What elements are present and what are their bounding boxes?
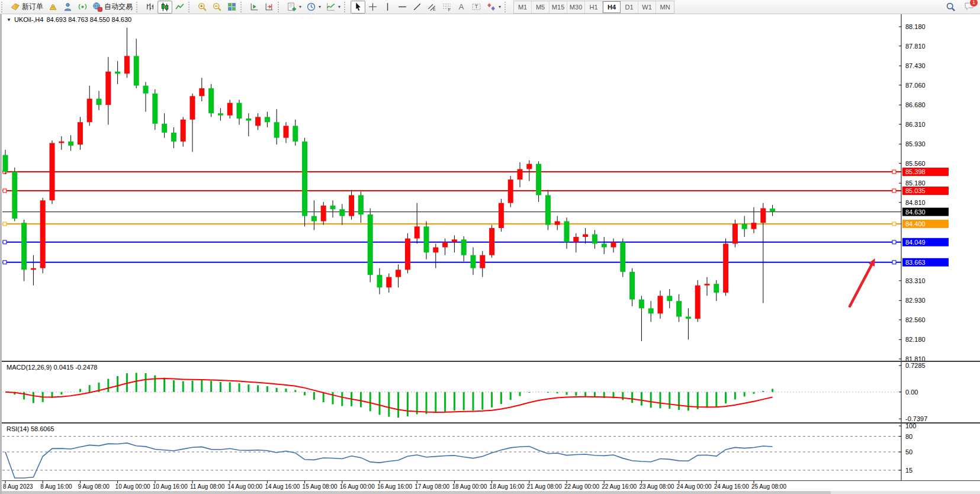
svg-text:100: 100	[905, 424, 916, 429]
svg-text:15 Aug 08:00: 15 Aug 08:00	[303, 483, 338, 490]
svg-text:T: T	[475, 4, 478, 9]
timeframe-m5-button[interactable]: M5	[532, 1, 550, 13]
rsi-pane: RSI(14) 58.6065 100805015	[2, 422, 980, 480]
autotrading-button[interactable]: 自动交易	[90, 1, 135, 14]
main-chart-pane: ▼ UKOil-,H4 84.693 84.763 84.550 84.630 …	[2, 14, 980, 361]
horizontal-line-button[interactable]	[395, 1, 410, 14]
notification-badge: 1	[969, 0, 978, 7]
bar-chart-button[interactable]	[143, 1, 158, 14]
search-button[interactable]	[943, 1, 958, 14]
horizontal-scrollbar[interactable]	[2, 491, 980, 494]
svg-text:10 Aug 16:00: 10 Aug 16:00	[153, 483, 188, 490]
svg-text:82.930: 82.930	[905, 297, 926, 304]
svg-text:84.049: 84.049	[905, 239, 926, 246]
svg-text:84.630: 84.630	[905, 208, 926, 216]
chevron-down-icon[interactable]: ▾	[338, 4, 340, 9]
chevron-down-icon[interactable]: ▾	[299, 4, 301, 9]
label-icon: T	[471, 2, 481, 12]
svg-text:F: F	[448, 8, 451, 12]
time-axis[interactable]: 8 Aug 20238 Aug 16:009 Aug 08:0010 Aug 0…	[2, 481, 980, 491]
timeframe-h1-button[interactable]: H1	[585, 1, 603, 13]
zoom-in-icon	[197, 2, 207, 12]
macd-label: MACD(12,26,9) 0.0415 -0.2478	[7, 364, 97, 371]
cursor-icon	[353, 2, 363, 12]
timeframe-h4-button[interactable]: H4	[603, 1, 621, 13]
svg-text:85.035: 85.035	[905, 187, 926, 194]
timeframe-m15-button[interactable]: M15	[550, 1, 567, 13]
svg-text:86.310: 86.310	[905, 121, 926, 128]
zoom-out-button[interactable]	[210, 1, 224, 14]
arrows-button[interactable]: ▾	[484, 1, 503, 14]
svg-text:0.7285: 0.7285	[905, 362, 926, 369]
periods-button[interactable]: ▾	[304, 1, 323, 14]
new-order-icon	[10, 2, 20, 12]
new-chart-button[interactable]: ▾	[284, 1, 304, 14]
cursor-button[interactable]	[351, 1, 365, 14]
svg-text:23 Aug 08:00: 23 Aug 08:00	[639, 483, 674, 490]
fibonacci-button[interactable]: F	[439, 1, 454, 14]
crosshair-button[interactable]	[365, 1, 380, 14]
scrollbar-thumb[interactable]	[2, 491, 831, 494]
timeframe-d1-button[interactable]: D1	[621, 1, 638, 13]
channel-button[interactable]: E	[425, 1, 439, 14]
svg-text:14 Aug 00:00: 14 Aug 00:00	[227, 483, 262, 490]
svg-text:81.810: 81.810	[905, 355, 926, 361]
crosshair-icon	[368, 2, 378, 12]
svg-text:86.680: 86.680	[905, 101, 926, 108]
tile-windows-button[interactable]	[224, 1, 239, 14]
auto-scroll-button[interactable]	[247, 1, 262, 14]
mt4-terminal: 新订单自动交易▾▾▾EFAT▾M1M5M15M30H1H4D1W1MN1 ▼ U…	[0, 0, 980, 494]
svg-text:85.180: 85.180	[905, 179, 926, 187]
zoom-in-button[interactable]	[195, 1, 210, 14]
channel-icon: E	[427, 2, 437, 12]
chat-button[interactable]: 1	[962, 1, 976, 14]
timeframe-m30-button[interactable]: M30	[567, 1, 585, 13]
svg-text:84.810: 84.810	[905, 199, 926, 206]
ohlc-values: 84.693 84.763 84.550 84.630	[46, 16, 131, 23]
svg-text:85.560: 85.560	[905, 160, 926, 167]
line-chart-button[interactable]	[172, 1, 187, 14]
chevron-down-icon[interactable]: ▾	[499, 4, 501, 9]
clock-icon	[306, 2, 316, 12]
toolbar-grip	[188, 2, 192, 12]
signals-button[interactable]	[75, 1, 90, 14]
timeframe-m1-button[interactable]: M1	[514, 1, 532, 13]
timeframe-mn-button[interactable]: MN	[656, 1, 674, 13]
symbol-period-label: UKOil-,H4	[14, 16, 44, 23]
line-icon	[175, 2, 185, 12]
signal-icon	[78, 2, 88, 12]
candlestick-button[interactable]	[158, 1, 172, 14]
indicators-button[interactable]: ▾	[323, 1, 343, 14]
trendline-button[interactable]	[410, 1, 425, 14]
svg-text:8 Aug 2023: 8 Aug 2023	[3, 483, 33, 490]
svg-text:18 Aug 16:00: 18 Aug 16:00	[490, 483, 525, 490]
svg-text:14 Aug 16:00: 14 Aug 16:00	[265, 483, 300, 490]
timeframe-w1-button[interactable]: W1	[638, 1, 656, 13]
vertical-line-button[interactable]	[380, 1, 395, 14]
symbol-dropdown-icon[interactable]: ▼	[7, 17, 11, 23]
text-label-button[interactable]: T	[469, 1, 484, 14]
toolbar-grip	[278, 2, 282, 12]
chart-shift-button[interactable]	[262, 1, 277, 14]
svg-text:87.430: 87.430	[905, 62, 926, 69]
svg-text:82.560: 82.560	[905, 316, 926, 323]
chevron-down-icon[interactable]: ▾	[319, 4, 321, 9]
toolbar-grip	[240, 2, 245, 12]
toolbar-grip	[136, 2, 140, 12]
svg-text:-0.7397: -0.7397	[905, 415, 927, 422]
svg-text:84.400: 84.400	[905, 220, 926, 227]
person-icon	[63, 2, 73, 12]
svg-text:16 Aug 16:00: 16 Aug 16:00	[377, 483, 412, 490]
search-icon	[946, 2, 956, 12]
toolbar-grip	[505, 2, 509, 12]
gold-button[interactable]	[46, 1, 60, 14]
svg-text:E: E	[433, 7, 436, 11]
community-button[interactable]	[60, 1, 75, 14]
svg-text:8 Aug 16:00: 8 Aug 16:00	[40, 483, 72, 490]
new-order-button[interactable]: 新订单	[8, 1, 46, 14]
zoom-out-icon	[212, 2, 222, 12]
svg-text:24 Aug 16:00: 24 Aug 16:00	[714, 483, 749, 490]
svg-text:25 Aug 08:00: 25 Aug 08:00	[751, 483, 786, 490]
svg-text:24 Aug 00:00: 24 Aug 00:00	[677, 483, 712, 490]
text-button[interactable]: A	[454, 1, 469, 14]
